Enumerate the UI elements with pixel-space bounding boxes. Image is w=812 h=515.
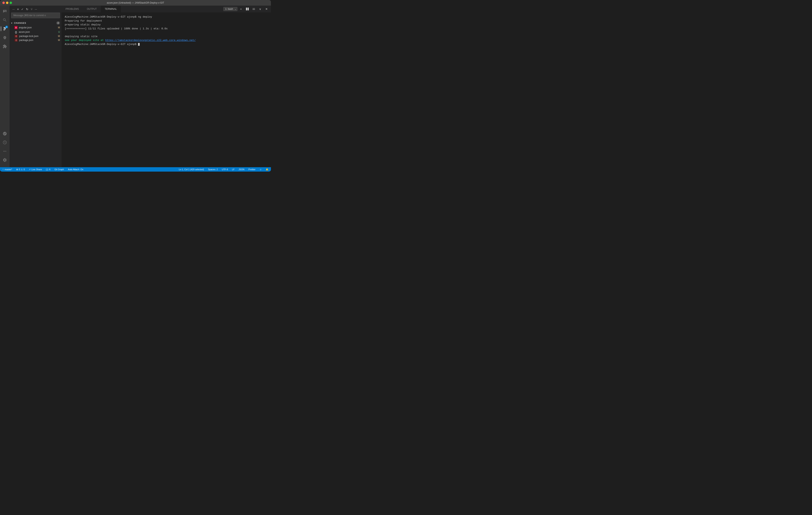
toolbar-filter-icon[interactable]: ≡ [17,7,19,11]
svg-rect-1 [248,8,249,10]
angular-file-icon: A [14,26,18,29]
minimize-button[interactable] [6,2,8,4]
deployed-url[interactable]: https://jamstackgrdeployvgstatic.z22.web… [105,39,196,42]
package-lock-file-icon: {} [14,35,18,37]
terminal-select-wrapper: 1: bash 2: bash [223,7,237,11]
error-count: 0 [19,168,20,171]
maximize-button[interactable] [9,2,12,4]
warning-count: 0 [24,168,25,171]
tab-problems[interactable]: PROBLEMS [61,6,83,12]
toolbar-more-icon[interactable]: ··· [12,7,15,11]
terminal-line: deploying static site [65,35,268,38]
status-spaces[interactable]: Spaces: 2 [207,167,219,172]
status-errors[interactable]: ⊗ 0 ⚠ 0 [16,167,26,172]
debug-icon[interactable] [1,34,9,41]
status-branch[interactable]: ⑂ master* [2,167,13,172]
file-name: package.json [19,39,57,41]
tab-output[interactable]: OUTPUT [83,6,101,12]
status-json-count[interactable]: {.}: 6 [45,167,51,172]
live-share-icon: ↗ [29,168,31,171]
branch-label: master* [5,168,12,171]
titlebar: azure.json (Untracked) — JAMStackGR-Depl… [0,0,271,6]
terminal-cursor [138,43,140,46]
terminal-content[interactable]: AlexsCogMachine:JAMStackGR-Deploy-v-GIT … [61,12,271,167]
terminal-line: preparing static deploy [65,23,268,27]
status-encoding[interactable]: UTF-8 [221,167,229,172]
changes-label: CHANGES [14,22,26,24]
close-terminal-icon[interactable]: ✕ [264,6,269,12]
error-icon: ⊗ [16,168,18,171]
package-file-icon: {} [14,39,18,41]
app-body: 4 [0,6,271,172]
split-terminal-icon[interactable] [244,6,250,12]
list-item[interactable]: {} azure.json U [9,30,61,34]
encoding-label: UTF-8 [222,168,228,171]
kill-terminal-icon[interactable] [251,6,257,12]
file-status: U [58,31,60,33]
svg-rect-0 [246,8,247,10]
file-status: M [58,26,60,29]
terminal-area: PROBLEMS OUTPUT TERMINAL 1: bash 2: bash… [61,6,271,167]
auto-attach-label: Auto Attach: On [68,168,83,171]
spaces-label: Spaces: 2 [208,168,218,171]
toolbar-checkmark-icon[interactable]: ✓ [21,7,24,11]
status-smiley[interactable]: ☺ [259,167,263,172]
live-share-label: Live Share [31,168,42,171]
terminal-line [65,31,268,35]
warning-icon: ⚠ [21,168,23,171]
status-auto-attach[interactable]: Auto Attach: On [67,167,84,172]
branch-icon: ⑂ [2,168,4,171]
timeline-icon[interactable] [1,139,9,146]
more-activity-icon[interactable] [1,147,9,155]
terminal-line: AlexsCogMachine:JAMStackGR-Deploy-v-GIT … [65,15,268,19]
changes-header[interactable]: ▾ CHANGES 4 [9,21,61,25]
file-status: M [58,39,60,41]
tab-bar-right: 1: bash 2: bash + ∨ ✕ [223,6,271,12]
status-position[interactable]: Ln 1, Col 1 (429 selected) [178,167,205,172]
main-content: 4 [0,6,271,167]
file-name: package-lock.json [19,35,57,37]
changes-count: 4 [56,21,60,25]
status-git-graph[interactable]: Git Graph [54,167,65,172]
list-item[interactable]: {} package.json M [9,38,61,42]
toolbar-dots-icon[interactable]: ··· [34,7,37,11]
status-formatter[interactable]: Prettier [248,167,256,172]
file-name: angular.json [19,26,57,29]
sidebar-toolbar: ··· ≡ ✓ ↻ ⑂ ··· [9,6,61,12]
json-count-label: {.}: 6 [46,168,51,171]
activity-bottom [1,147,9,165]
commit-message-input[interactable] [11,12,60,18]
status-live-share[interactable]: ↗ Live Share [28,167,43,172]
chevron-down-icon[interactable]: ∨ [257,6,263,12]
add-terminal-icon[interactable]: + [238,6,244,12]
terminal-line: [============] 11/11 files uploaded | 10… [65,27,268,31]
bell-icon: 🔔 [266,168,268,171]
status-bar: ⑂ master* ⊗ 0 ⚠ 0 ↗ Live Share {.}: 6 Gi… [0,167,271,172]
sidebar: ··· ≡ ✓ ↻ ⑂ ··· ▾ CHANGES 4 A [9,6,61,167]
list-item[interactable]: {} package-lock.json M [9,34,61,38]
toolbar-branch-icon[interactable]: ⑂ [30,7,33,11]
file-status: M [58,35,60,37]
window-title: azure.json (Untracked) — JAMStackGR-Depl… [107,1,164,4]
source-control-icon[interactable]: 4 [1,25,9,33]
terminal-select[interactable]: 1: bash 2: bash [223,7,237,11]
status-line-ending[interactable]: LF [231,167,235,172]
list-item[interactable]: A angular.json M [9,25,61,30]
json-file-icon: {} [14,30,18,34]
activity-bar: 4 [0,6,9,167]
tab-terminal[interactable]: TERMINAL [101,6,121,12]
close-button[interactable] [2,2,5,4]
status-bell[interactable]: 🔔 [265,167,269,172]
explorer-icon[interactable] [1,7,9,15]
position-label: Ln 1, Col 1 (429 selected) [179,168,204,171]
search-icon[interactable] [1,16,9,24]
terminal-prompt-line: AlexsCogMachine:JAMStackGR-Deploy-v-GIT … [65,42,268,47]
line-ending-label: LF [232,168,235,171]
remote-explorer-icon[interactable] [1,130,9,138]
toolbar-refresh-icon[interactable]: ↻ [26,7,29,11]
commit-input-area [9,12,61,20]
status-language[interactable]: JSON [238,167,245,172]
terminal-line: see your deployed site at https://jamsta… [65,38,268,42]
settings-icon[interactable] [1,156,9,164]
extensions-icon[interactable] [1,42,9,50]
